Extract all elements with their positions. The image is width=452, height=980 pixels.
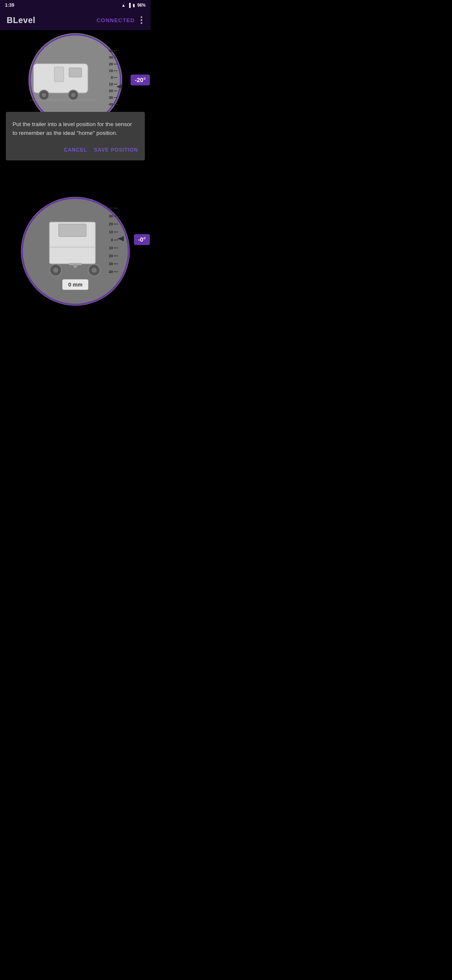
battery-text: 96% xyxy=(137,3,146,8)
svg-text:20: 20 xyxy=(109,222,113,226)
svg-text:40: 40 xyxy=(109,102,113,106)
svg-text:20: 20 xyxy=(109,254,113,258)
svg-text:40: 40 xyxy=(109,206,113,210)
signal-icon: ▐ xyxy=(128,3,131,8)
svg-text:0: 0 xyxy=(111,238,113,242)
svg-rect-5 xyxy=(54,67,64,82)
time: 1:39 xyxy=(5,3,14,8)
svg-text:20: 20 xyxy=(109,62,113,66)
svg-text:0: 0 xyxy=(111,75,113,80)
dialog: Put the trailer into a level position fo… xyxy=(6,112,145,160)
svg-text:10: 10 xyxy=(109,246,113,250)
svg-point-36 xyxy=(53,268,58,273)
mm-badge: 0 mm xyxy=(62,279,88,290)
connected-status: CONNECTED xyxy=(97,17,135,23)
bottom-gauge: 40 30 20 10 0 10 20 30 40 xyxy=(0,184,151,327)
svg-text:10: 10 xyxy=(109,82,113,86)
svg-text:20: 20 xyxy=(109,89,113,93)
cancel-button[interactable]: CANCEL xyxy=(64,145,87,155)
menu-button[interactable] xyxy=(139,14,144,26)
svg-text:10: 10 xyxy=(109,69,113,73)
svg-point-40 xyxy=(73,264,77,268)
bottom-angle-badge: -0° xyxy=(134,234,150,245)
svg-text:30: 30 xyxy=(109,214,113,218)
svg-text:30: 30 xyxy=(109,262,113,266)
dialog-message: Put the trailer into a level position fo… xyxy=(13,120,138,138)
svg-rect-33 xyxy=(59,224,86,237)
svg-text:10: 10 xyxy=(109,230,113,234)
wifi-icon: ▲ xyxy=(121,3,126,8)
svg-point-9 xyxy=(71,93,75,97)
app-title: BLevel xyxy=(7,15,36,25)
svg-rect-4 xyxy=(69,68,82,77)
svg-point-38 xyxy=(92,268,97,273)
app-bar: BLevel CONNECTED xyxy=(0,10,151,30)
svg-text:30: 30 xyxy=(109,95,113,100)
svg-point-7 xyxy=(42,93,46,97)
main-content: 40 30 20 10 0 10 20 30 40 xyxy=(0,30,151,327)
top-angle-badge: -20° xyxy=(131,75,150,85)
battery-icon: ▮ xyxy=(133,3,135,8)
svg-text:40: 40 xyxy=(109,49,113,53)
save-position-button[interactable]: SAVE POSITION xyxy=(94,145,138,155)
svg-text:40: 40 xyxy=(109,270,113,274)
svg-text:30: 30 xyxy=(109,55,113,59)
status-bar: 1:39 ▲ ▐ ▮ 96% xyxy=(0,0,151,10)
